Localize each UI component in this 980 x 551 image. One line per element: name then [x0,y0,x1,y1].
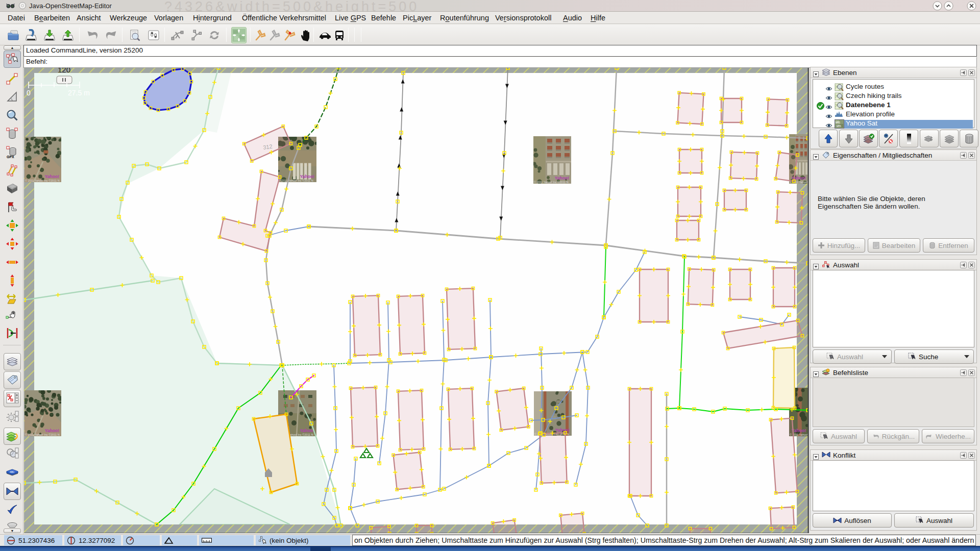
svg-text:WMS: WMS [837,125,841,128]
svg-text:ABC: ABC [10,471,15,473]
svg-text:312: 312 [263,143,273,151]
svg-text:27.5 m: 27.5 m [68,89,90,97]
svg-text:© 2011 Yahoo! Inc ©2011 N: © 2011 Yahoo! Inc ©2011 N [25,179,60,182]
svg-text:Yahoo!: Yahoo! [300,428,315,433]
svg-text:© 2011 Yahoo! Inc ©2011 N: © 2011 Yahoo! Inc ©2011 N [279,179,313,182]
svg-text:Yahoo!: Yahoo! [555,176,570,181]
svg-text:Yahoo!: Yahoo! [45,428,60,433]
svg-text:© 2011 Yahoo! Inc ©2011 N: © 2011 Yahoo! Inc ©2011 N [534,181,569,184]
svg-text:0: 0 [27,89,31,97]
svg-text:Yahoo!: Yahoo! [300,174,315,179]
svg-text:© 2011 Yahoo! Inc ©2011 N: © 2011 Yahoo! Inc ©2011 N [25,433,60,436]
svg-text:Yahoo!: Yahoo! [555,428,570,433]
svg-text:Yahoo!: Yahoo! [45,174,60,179]
svg-text:GPX: GPX [7,155,14,159]
svg-text:WMS: WMS [836,121,840,124]
